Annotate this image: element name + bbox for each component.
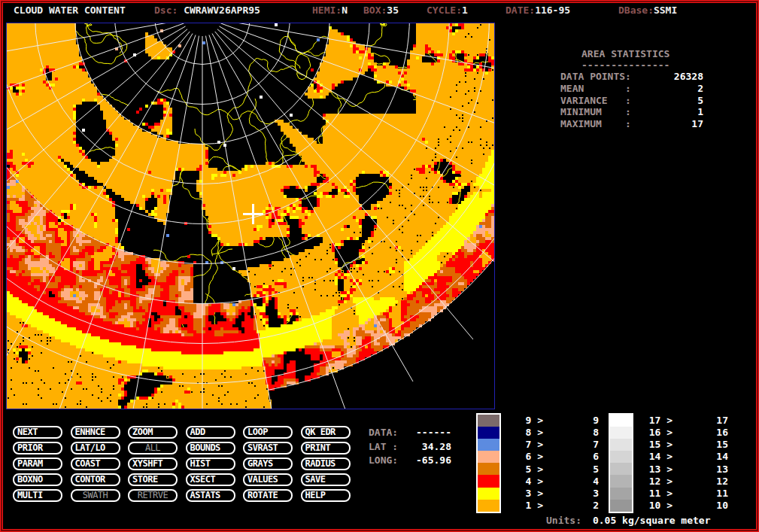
stat-value: 26328	[631, 71, 703, 83]
button-swath[interactable]: SWATH	[71, 489, 120, 502]
legend-row: 13 >13	[648, 464, 731, 476]
title-field-label: CYCLE:	[427, 5, 462, 16]
legend-swatch	[478, 463, 499, 475]
button-values[interactable]: VALUES	[243, 473, 293, 486]
stat-label: DATA POINTS:	[560, 71, 631, 83]
gray-legend-bar	[609, 413, 633, 513]
readout-label: LAT :	[369, 440, 408, 454]
legend-row: 14 >14	[648, 451, 731, 463]
legend-swatch	[610, 463, 632, 475]
button-rotate[interactable]: ROTATE	[243, 489, 293, 502]
button-qk-edr[interactable]: QK EDR	[301, 426, 351, 439]
legend-row: 6 >6	[519, 451, 602, 463]
title-bar: CLOUD WATER CONTENT Dsc: CWRAWV26APR95HE…	[0, 5, 759, 18]
stat-row: MEAN :2	[560, 83, 703, 95]
legend-row: 4 >4	[519, 476, 602, 488]
legend-swatch	[610, 439, 632, 451]
readout-value: 34.28	[408, 440, 451, 454]
legend-row: 11 >11	[648, 488, 731, 500]
stat-value: 17	[631, 118, 703, 130]
legend-threshold: 3 >	[519, 488, 543, 500]
button-contor[interactable]: CONTOR	[71, 473, 120, 486]
area-statistics-title: AREA STATISTICS	[560, 48, 703, 59]
legend-value: 5	[563, 464, 599, 476]
legend-value: 16	[692, 427, 728, 439]
button-xsect[interactable]: XSECT	[186, 473, 235, 486]
legend-value: 8	[563, 427, 599, 439]
button-radius[interactable]: RADIUS	[301, 458, 351, 470]
title-field-label: DBase:	[618, 5, 654, 16]
title-field-value: 116-95	[535, 5, 570, 16]
stat-value: 2	[631, 83, 703, 95]
stat-label: MEAN :	[560, 83, 631, 95]
legend-row: 12 >12	[648, 476, 731, 488]
legend-row: 9 >9	[519, 415, 602, 427]
readout-value: -65.96	[408, 454, 451, 468]
readout-row: LONG:-65.96	[369, 454, 451, 468]
title-field-value: 35	[387, 5, 399, 16]
button-enhnce[interactable]: ENHNCE	[71, 426, 120, 439]
button-xyshft[interactable]: XYSHFT	[128, 458, 178, 470]
units-label: Units:	[546, 515, 581, 526]
button-grays[interactable]: GRAYS	[243, 458, 293, 470]
legend-threshold: 14 >	[648, 451, 672, 463]
legend-threshold: 4 >	[519, 476, 543, 488]
button-boxno[interactable]: BOXNO	[13, 473, 62, 486]
button-next[interactable]: NEXT	[13, 426, 62, 439]
legend-threshold: 6 >	[519, 451, 543, 463]
button-all[interactable]: ALL	[128, 442, 178, 454]
legend-swatch	[478, 415, 499, 427]
stat-value: 1	[631, 106, 703, 118]
area-statistics-panel: AREA STATISTICS --------------- DATA POI…	[560, 48, 703, 130]
color-legend-bar	[476, 413, 501, 513]
area-statistics-underline: ---------------	[560, 59, 703, 71]
button-loop[interactable]: LOOP	[243, 426, 293, 439]
cursor-readout: DATA:------LAT :34.28LONG:-65.96	[369, 426, 451, 468]
legend-value: 3	[563, 488, 599, 500]
button-print[interactable]: PRINT	[301, 442, 351, 454]
button-bounds[interactable]: BOUNDS	[186, 442, 235, 454]
button-multi[interactable]: MULTI	[13, 489, 62, 502]
readout-value: ------	[408, 426, 451, 440]
legend-value: 13	[692, 464, 728, 476]
button-param[interactable]: PARAM	[13, 458, 62, 470]
legend-value: 10	[692, 500, 728, 512]
stat-label: MAXIMUM :	[560, 118, 631, 130]
legend-row: 17 >17	[648, 415, 731, 427]
units-value: 0.05 kg/square meter	[593, 515, 711, 526]
legend-threshold: 16 >	[648, 427, 672, 439]
map-frame	[6, 23, 495, 409]
title-field: DBase:SSMI	[618, 5, 677, 16]
button-retrve[interactable]: RETRVE	[128, 489, 178, 502]
button-astats[interactable]: ASTATS	[186, 489, 235, 502]
legend-value: 4	[563, 476, 599, 488]
gray-legend-labels: 17 >1716 >1615 >1514 >1413 >1312 >1211 >…	[648, 415, 731, 512]
legend-row: 10 >10	[648, 500, 731, 512]
button-add[interactable]: ADD	[186, 426, 235, 439]
legend-swatch	[478, 451, 499, 463]
legend-swatch	[610, 427, 632, 439]
button-coast[interactable]: COAST	[71, 458, 120, 470]
legend-swatch	[610, 500, 632, 512]
legend-threshold: 7 >	[519, 439, 543, 451]
stat-value: 5	[631, 95, 703, 107]
legend-value: 6	[563, 451, 599, 463]
button-svrast[interactable]: SVRAST	[243, 442, 293, 454]
stat-row: DATA POINTS:26328	[560, 71, 703, 83]
legend-threshold: 12 >	[648, 476, 672, 488]
legend-row: 3 >3	[519, 488, 602, 500]
button-store[interactable]: STORE	[128, 473, 178, 486]
button-zoom[interactable]: ZOOM	[128, 426, 178, 439]
title-field: DATE:116-95	[505, 5, 570, 16]
units-line: Units:0.05 kg/square meter	[546, 515, 711, 526]
map-canvas[interactable]	[7, 23, 494, 409]
legend-threshold: 5 >	[519, 464, 543, 476]
title-field-label: HEMI:	[312, 5, 342, 16]
button-lat-lo[interactable]: LAT/LO	[71, 442, 120, 454]
legend-value: 11	[692, 488, 728, 500]
title-field-label: Dsc:	[154, 5, 184, 16]
button-hist[interactable]: HIST	[186, 458, 235, 470]
button-save[interactable]: SAVE	[301, 473, 351, 486]
button-help[interactable]: HELP	[301, 489, 351, 502]
button-prior[interactable]: PRIOR	[13, 442, 62, 454]
